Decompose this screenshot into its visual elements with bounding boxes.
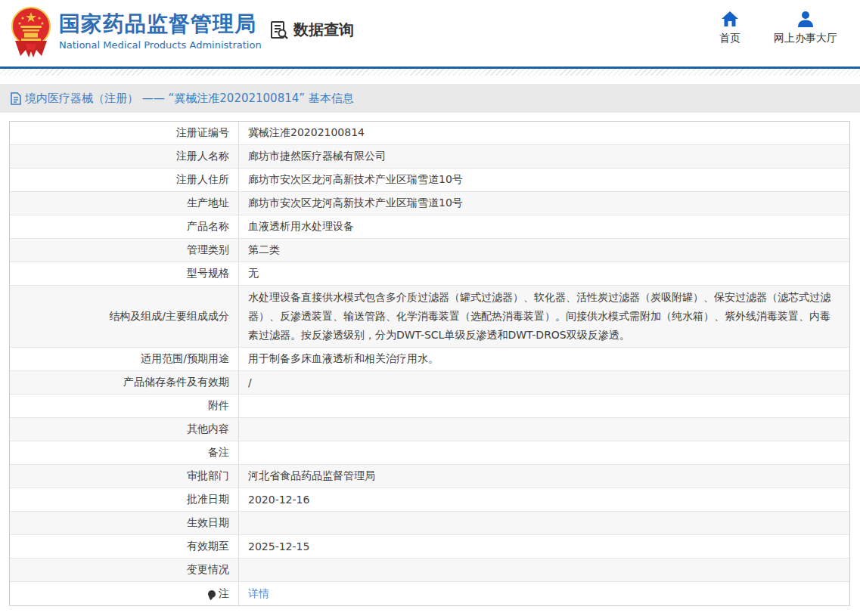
- table-row: 产品名称 血液透析用水处理设备: [10, 215, 849, 239]
- row-value: [239, 395, 849, 417]
- row-value: 用于制备多床血液透析和相关治疗用水。: [239, 348, 849, 370]
- row-label: 注册人名称: [10, 145, 239, 168]
- row-label: 附件: [10, 395, 239, 417]
- china-national-emblem-icon: [11, 6, 51, 59]
- row-label: 注册人住所: [10, 169, 239, 191]
- row-label: 备注: [10, 441, 239, 464]
- row-label: 其他内容: [10, 418, 239, 441]
- row-label: 变更情况: [10, 559, 239, 581]
- row-value: 血液透析用水处理设备: [239, 215, 849, 238]
- row-label: 管理类别: [10, 239, 239, 262]
- row-label: 审批部门: [10, 465, 239, 488]
- row-label: 注册证编号: [10, 122, 239, 144]
- row-value: [239, 559, 849, 581]
- doc-search-icon: [269, 20, 289, 40]
- table-row: 适用范围/预期用途 用于制备多床血液透析和相关治疗用水。: [10, 348, 849, 371]
- nav-service-hall-label: 网上办事大厅: [774, 32, 837, 45]
- nav-item-home[interactable]: 首页: [719, 11, 740, 45]
- row-value: 水处理设备直接供水模式包含多介质过滤器（罐式过滤器）、软化器、活性炭过滤器（炭吸…: [239, 286, 849, 347]
- note-icon: [208, 590, 216, 598]
- note-label: 注: [219, 587, 229, 601]
- table-row: 批准日期 2020-12-16: [10, 488, 849, 512]
- row-label: 型号规格: [10, 262, 239, 285]
- table-row: 其他内容: [10, 418, 849, 441]
- top-nav: 首页 网上办事大厅: [719, 11, 837, 45]
- table-row: 注册人名称 廊坊市捷然医疗器械有限公司: [10, 145, 849, 169]
- document-icon: [11, 92, 21, 105]
- table-row-note: 注 详情: [10, 582, 849, 605]
- site-title: 国家药品监督管理局: [59, 12, 262, 36]
- row-label: 产品储存条件及有效期: [10, 371, 239, 394]
- row-value: [239, 512, 849, 534]
- table-row: 型号规格 无: [10, 262, 849, 286]
- table-row: 审批部门 河北省食品药品监督管理局: [10, 465, 849, 488]
- row-value: [239, 441, 849, 464]
- row-value: 廊坊市安次区龙河高新技术产业区瑞雪道10号: [239, 192, 849, 215]
- user-icon: [796, 11, 815, 27]
- table-row-structure: 结构及组成/主要组成成分 水处理设备直接供水模式包含多介质过滤器（罐式过滤器）、…: [10, 286, 849, 348]
- table-row: 生产地址 廊坊市安次区龙河高新技术产业区瑞雪道10号: [10, 192, 849, 215]
- data-query-label: 数据查询: [293, 20, 354, 40]
- row-value: 无: [239, 262, 849, 285]
- row-value: 第二类: [239, 239, 849, 262]
- table-row: 有效期至 2025-12-15: [10, 535, 849, 559]
- row-label: 批准日期: [10, 488, 239, 511]
- row-value: 2025-12-15: [239, 535, 849, 558]
- row-value: 廊坊市安次区龙河高新技术产业区瑞雪道10号: [239, 169, 849, 191]
- table-row: 管理类别 第二类: [10, 239, 849, 262]
- row-value: 河北省食品药品监督管理局: [239, 465, 849, 488]
- row-value: 冀械注准20202100814: [239, 122, 849, 144]
- row-value: 廊坊市捷然医疗器械有限公司: [239, 145, 849, 168]
- home-icon: [721, 11, 739, 27]
- row-label: 适用范围/预期用途: [10, 348, 239, 370]
- row-value: 2020-12-16: [239, 488, 849, 511]
- registration-info-table: 注册证编号 冀械注准20202100814 注册人名称 廊坊市捷然医疗器械有限公…: [9, 121, 850, 606]
- nav-item-service-hall[interactable]: 网上办事大厅: [774, 11, 837, 45]
- table-row: 生效日期: [10, 512, 849, 535]
- table-row: 备注: [10, 441, 849, 465]
- row-value: [239, 418, 849, 441]
- row-label: 生产地址: [10, 192, 239, 215]
- table-row: 注册证编号 冀械注准20202100814: [10, 122, 849, 145]
- nav-home-label: 首页: [719, 32, 740, 45]
- table-row: 产品储存条件及有效期 /: [10, 371, 849, 395]
- nmpa-logo[interactable]: 国家药品监督管理局 National Medical Products Admi…: [11, 6, 262, 59]
- stripe-band: [0, 69, 860, 76]
- site-subtitle: National Medical Products Administration: [59, 39, 262, 51]
- row-label: 有效期至: [10, 535, 239, 558]
- table-row: 变更情况: [10, 559, 849, 582]
- table-row: 注册人住所 廊坊市安次区龙河高新技术产业区瑞雪道10号: [10, 169, 849, 192]
- breadcrumb-bar: 境内医疗器械（注册） —— “冀械注准20202100814” 基本信息: [0, 84, 860, 113]
- breadcrumb: 境内医疗器械（注册） —— “冀械注准20202100814” 基本信息: [25, 91, 354, 106]
- row-label: 注: [10, 582, 239, 605]
- row-label: 生效日期: [10, 512, 239, 534]
- table-row: 附件: [10, 395, 849, 418]
- row-label: 产品名称: [10, 215, 239, 238]
- data-query-tab[interactable]: 数据查询: [269, 20, 354, 40]
- row-value: /: [239, 371, 849, 394]
- detail-link[interactable]: 详情: [248, 587, 269, 601]
- page-header: 国家药品监督管理局 National Medical Products Admi…: [0, 0, 860, 67]
- row-label: 结构及组成/主要组成成分: [10, 286, 239, 347]
